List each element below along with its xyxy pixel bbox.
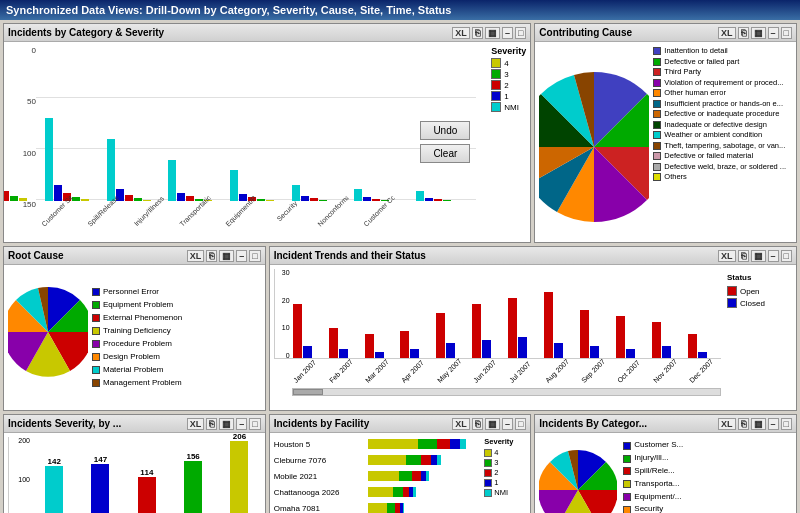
- contributing-legend-box-4: [653, 89, 661, 97]
- sev-xl-icon[interactable]: XL: [187, 418, 205, 430]
- cat-legend-item-5: Security: [623, 503, 684, 513]
- bar-group-0[interactable]: [4, 77, 39, 201]
- contributing-legend-label-12: Others: [664, 172, 687, 183]
- facility-label-1: Cleburne 7076: [274, 453, 364, 469]
- facility-seg-4-1: [387, 503, 395, 513]
- contributing-legend-item-3: Violation of requirement or proced...: [653, 78, 792, 89]
- incidents-severity-title: Incidents Severity, by ...: [8, 418, 121, 429]
- bar-2-3: [134, 198, 142, 201]
- cat-max-icon[interactable]: □: [781, 418, 792, 430]
- incidents-category-pie-header: Incidents By Categor... XL ⎘ ▦ – □: [535, 415, 796, 433]
- trends-layout: 0 10 20 30 Jan 2007Feb 2007Mar 2007Apr 2…: [274, 269, 792, 406]
- trend-bar-group-5: [472, 304, 505, 358]
- cont-chart-icon[interactable]: ▦: [751, 27, 766, 39]
- facility-seg-1-0: [368, 455, 406, 465]
- contributing-legend-box-0: [653, 47, 661, 55]
- bar-group-4[interactable]: [230, 170, 286, 201]
- root-xl-icon[interactable]: XL: [187, 250, 205, 262]
- trends-chart-area: 0 10 20 30 Jan 2007Feb 2007Mar 2007Apr 2…: [274, 269, 721, 406]
- cat-min-icon[interactable]: –: [768, 418, 779, 430]
- fac-min-icon[interactable]: –: [502, 418, 513, 430]
- bar-group-2[interactable]: [107, 139, 163, 201]
- root-min-icon[interactable]: –: [236, 250, 247, 262]
- trends-xl-icon[interactable]: XL: [718, 250, 736, 262]
- contributing-legend-item-9: Theft, tampering, sabotage, or van...: [653, 141, 792, 152]
- incidents-category-panel: Incidents by Category & Severity XL ⎘ ▦ …: [3, 23, 531, 243]
- facility-seg-2-1: [399, 471, 412, 481]
- root-legend-item-0: Personnel Error: [92, 286, 182, 298]
- fac-sev-4-box: [484, 449, 492, 457]
- root-legend-item-7: Management Problem: [92, 377, 182, 389]
- fac-sev-2-label: 2: [494, 468, 498, 477]
- undo-clear-area: Undo Clear: [420, 121, 470, 163]
- sev-bar-col-3: 156: [172, 452, 214, 513]
- undo-button[interactable]: Undo: [420, 121, 470, 140]
- sev-max-icon[interactable]: □: [249, 418, 260, 430]
- trends-scrollbar-thumb: [293, 389, 323, 395]
- cat-chart-icon[interactable]: ▦: [751, 418, 766, 430]
- bar-group-7[interactable]: [416, 191, 472, 201]
- bar-group-6[interactable]: [354, 189, 410, 201]
- xl-icon[interactable]: XL: [452, 27, 470, 39]
- contributing-legend-box-6: [653, 110, 661, 118]
- bar-7-0: [416, 191, 424, 201]
- trends-copy-icon[interactable]: ⎘: [738, 250, 749, 262]
- bar-3-0: [168, 160, 176, 201]
- root-icons: XL ⎘ ▦ – □: [187, 250, 261, 262]
- sev-copy-icon[interactable]: ⎘: [206, 418, 217, 430]
- contributing-legend-box-11: [653, 163, 661, 171]
- sev-val-1: 147: [94, 455, 107, 464]
- trends-max-icon[interactable]: □: [781, 250, 792, 262]
- bar-1-1: [54, 185, 62, 201]
- fac-max-icon[interactable]: □: [515, 418, 526, 430]
- trends-scrollbar[interactable]: [292, 388, 721, 396]
- copy-icon[interactable]: ⎘: [472, 27, 483, 39]
- cat-legend-box-4: [623, 493, 631, 501]
- cat-legend-item-1: Injury/Ill...: [623, 452, 684, 465]
- minimize-icon[interactable]: –: [502, 27, 513, 39]
- bar-group-3[interactable]: [168, 160, 224, 201]
- contributing-legend-label-11: Defective weld, braze, or soldered ...: [664, 162, 786, 173]
- sev-chart-icon[interactable]: ▦: [219, 418, 234, 430]
- trends-closed-box: [727, 298, 737, 308]
- bar-1-4: [81, 199, 89, 201]
- cat-legend-label-3: Transporta...: [634, 478, 679, 491]
- incidents-category-header: Incidents by Category & Severity XL ⎘ ▦ …: [4, 24, 530, 42]
- sev-min-icon[interactable]: –: [236, 418, 247, 430]
- fac-chart-icon[interactable]: ▦: [485, 418, 500, 430]
- facility-bar-row-1: [368, 453, 481, 467]
- contributing-legend-label-1: Defective or failed part: [664, 57, 739, 68]
- trend-x-label-1: Feb 2007: [328, 356, 356, 384]
- trend-closed-bar-0: [303, 346, 312, 358]
- root-max-icon[interactable]: □: [249, 250, 260, 262]
- trend-closed-bar-2: [375, 352, 384, 358]
- trends-min-icon[interactable]: –: [768, 250, 779, 262]
- cont-xl-icon[interactable]: XL: [718, 27, 736, 39]
- facility-seg-3-1: [393, 487, 403, 497]
- contributing-legend-item-12: Others: [653, 172, 792, 183]
- fac-xl-icon[interactable]: XL: [452, 418, 470, 430]
- root-copy-icon[interactable]: ⎘: [206, 250, 217, 262]
- fac-sev-nmi: NMI: [484, 488, 526, 497]
- bar-4-4: [266, 200, 274, 201]
- cont-max-icon[interactable]: □: [781, 27, 792, 39]
- trend-bar-group-10: [652, 322, 685, 358]
- cat-xl-icon[interactable]: XL: [718, 418, 736, 430]
- trends-chart-icon[interactable]: ▦: [751, 250, 766, 262]
- incident-trends-header: Incident Trends and their Status XL ⎘ ▦ …: [270, 247, 796, 265]
- maximize-icon[interactable]: □: [515, 27, 526, 39]
- facility-label-2: Mobile 2021: [274, 469, 364, 485]
- trend-bar-group-3: [400, 331, 433, 358]
- trend-bar-group-6: [508, 298, 541, 358]
- cont-min-icon[interactable]: –: [768, 27, 779, 39]
- root-chart-icon[interactable]: ▦: [219, 250, 234, 262]
- trend-bar-group-4: [436, 313, 469, 358]
- cat-copy-icon[interactable]: ⎘: [738, 418, 749, 430]
- cat-legend-label-2: Spill/Rele...: [634, 465, 674, 478]
- incidents-category-pie-panel: Incidents By Categor... XL ⎘ ▦ – □: [534, 414, 797, 513]
- fac-copy-icon[interactable]: ⎘: [472, 418, 483, 430]
- cont-copy-icon[interactable]: ⎘: [738, 27, 749, 39]
- chart-icon[interactable]: ▦: [485, 27, 500, 39]
- bar-group-1[interactable]: [45, 118, 101, 201]
- clear-button[interactable]: Clear: [420, 144, 470, 163]
